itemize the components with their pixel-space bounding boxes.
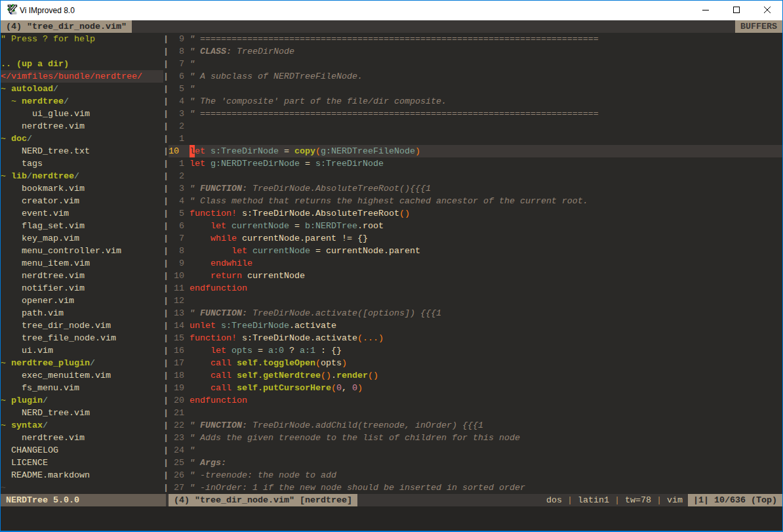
svg-text:im: im xyxy=(11,10,16,14)
